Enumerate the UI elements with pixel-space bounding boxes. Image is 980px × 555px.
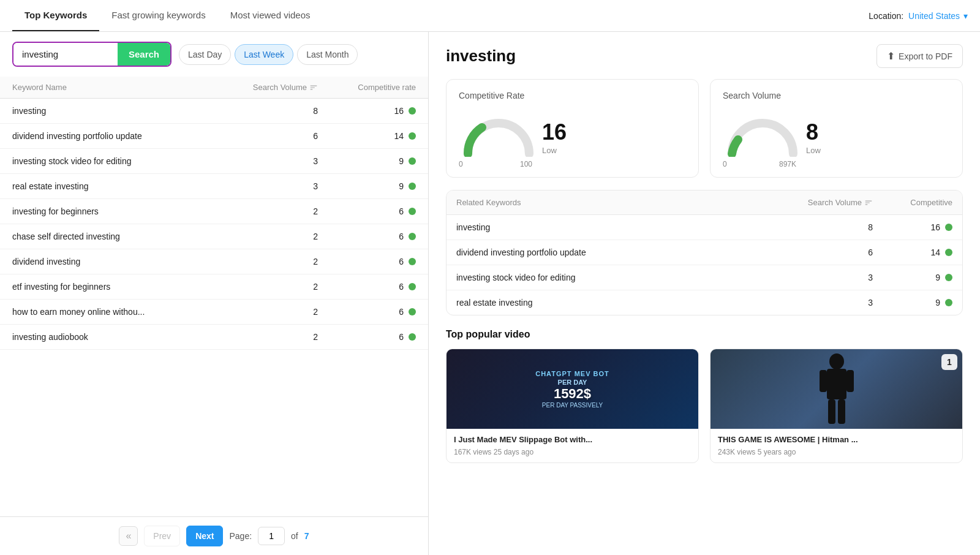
gauge1-svg — [459, 108, 538, 157]
video-title-1: I Just Made MEV Slippage Bot with... — [454, 435, 691, 445]
table-row[interactable]: investing audiobook 2 6 — [0, 325, 428, 350]
col-keyword-name: Keyword Name — [12, 83, 232, 92]
video-title-2: THIS GAME IS AWESOME | Hitman ... — [718, 435, 955, 445]
location-info: Location: United States ▾ — [869, 11, 968, 21]
location-value[interactable]: United States — [908, 11, 960, 21]
green-dot — [409, 157, 416, 165]
time-btn-last-month[interactable]: Last Month — [297, 44, 358, 65]
nav-tabs: Top Keywords Fast growing keywords Most … — [12, 0, 323, 31]
gauge2-min: 0 — [723, 160, 727, 168]
gauge2-area: 0 897K 8 Low — [723, 108, 950, 168]
related-sort-icon[interactable] — [864, 198, 873, 207]
time-btn-last-day[interactable]: Last Day — [179, 44, 231, 65]
sort-icon[interactable] — [309, 83, 318, 92]
time-btn-last-week[interactable]: Last Week — [235, 44, 293, 65]
table-row[interactable]: investing stock video for editing 3 9 — [0, 149, 428, 174]
green-dot — [945, 224, 952, 231]
video-cards: CHATGPT MEV BOT PER DAY 1592$ PER DAY PA… — [446, 349, 963, 463]
gauge2-level: Low — [806, 146, 821, 155]
gauge-cards: Competitive Rate 0 100 — [446, 79, 963, 178]
first-page-button[interactable]: « — [119, 526, 138, 546]
table-header: Keyword Name Search Volume Competitive r… — [0, 77, 428, 99]
export-label: Export to PDF — [899, 51, 952, 61]
search-button[interactable]: Search — [118, 43, 170, 66]
keyword-cell: etf investing for beginners — [12, 282, 232, 292]
table-row[interactable]: etf investing for beginners 2 6 — [0, 274, 428, 300]
related-row[interactable]: dividend investing portfolio update 6 14 — [447, 240, 962, 265]
related-search-vol-cell: 3 — [775, 273, 873, 282]
related-keyword-cell: dividend investing portfolio update — [456, 247, 775, 257]
video-card-1[interactable]: CHATGPT MEV BOT PER DAY 1592$ PER DAY PA… — [446, 349, 699, 463]
related-header: Related Keywords Search Volume Competiti… — [447, 191, 962, 215]
comp-rate-cell: 6 — [318, 307, 416, 317]
green-dot — [409, 132, 416, 140]
right-header: investing ⬆ Export to PDF — [446, 44, 963, 68]
keyword-cell: investing stock video for editing — [12, 156, 232, 166]
related-row[interactable]: real estate investing 3 9 — [447, 290, 962, 315]
location-label: Location: — [869, 11, 903, 21]
right-panel: investing ⬆ Export to PDF Competitive Ra… — [429, 32, 980, 555]
total-pages: 7 — [304, 531, 309, 541]
chatgpt-thumb-content: CHATGPT MEV BOT PER DAY 1592$ PER DAY PA… — [529, 364, 616, 415]
video-info-1: I Just Made MEV Slippage Bot with... 167… — [447, 429, 698, 462]
comp-rate-cell: 6 — [318, 332, 416, 342]
related-comp-rate-cell: 16 — [873, 222, 952, 232]
green-dot — [409, 233, 416, 240]
related-keywords-section: Related Keywords Search Volume Competiti… — [446, 190, 963, 315]
related-row[interactable]: investing 8 16 — [447, 215, 962, 240]
tab-most-viewed[interactable]: Most viewed videos — [218, 0, 323, 31]
related-search-vol-cell: 8 — [775, 222, 873, 232]
left-panel: Search Last Day Last Week Last Month Key… — [0, 32, 429, 555]
prev-button[interactable]: Prev — [144, 526, 180, 546]
table-row[interactable]: chase self directed investing 2 6 — [0, 224, 428, 249]
gauge1-max: 100 — [520, 160, 532, 168]
page-title: investing — [446, 47, 516, 66]
related-row[interactable]: investing stock video for editing 3 9 — [447, 265, 962, 290]
green-dot — [409, 107, 416, 115]
comp-rate-cell: 6 — [318, 257, 416, 266]
related-col2: Search Volume — [775, 198, 873, 207]
tab-top-keywords[interactable]: Top Keywords — [12, 0, 99, 31]
svg-rect-1 — [827, 369, 846, 399]
search-input-wrapper: Search — [12, 42, 172, 67]
table-row[interactable]: real estate investing 3 9 — [0, 174, 428, 199]
table-row[interactable]: investing for beginners 2 6 — [0, 199, 428, 224]
keyword-cell: dividend investing portfolio update — [12, 131, 232, 141]
svg-point-0 — [829, 353, 844, 369]
export-button[interactable]: ⬆ Export to PDF — [876, 44, 963, 68]
col-search-volume: Search Volume — [232, 83, 318, 92]
green-dot — [409, 208, 416, 215]
page-input[interactable] — [258, 527, 285, 545]
tab-fast-growing[interactable]: Fast growing keywords — [99, 0, 217, 31]
gauge-competitive-rate: Competitive Rate 0 100 — [446, 79, 699, 178]
keywords-table: Keyword Name Search Volume Competitive r… — [0, 77, 428, 516]
green-dot — [409, 333, 416, 341]
table-row[interactable]: investing 8 16 — [0, 99, 428, 124]
search-vol-cell: 3 — [232, 181, 318, 191]
svg-rect-5 — [838, 399, 845, 424]
export-icon: ⬆ — [887, 50, 895, 62]
table-row[interactable]: how to earn money online withou... 2 6 — [0, 300, 428, 325]
related-search-vol-cell: 6 — [775, 247, 873, 257]
comp-rate-cell: 9 — [318, 156, 416, 166]
table-row[interactable]: dividend investing 2 6 — [0, 249, 428, 274]
search-vol-cell: 3 — [232, 156, 318, 166]
gauge2-labels: 0 897K — [723, 160, 796, 168]
gauge1-min: 0 — [459, 160, 463, 168]
related-keyword-cell: investing stock video for editing — [456, 273, 775, 282]
search-vol-cell: 2 — [232, 332, 318, 342]
svg-rect-3 — [846, 370, 854, 392]
gauge1-area: 0 100 16 Low — [459, 108, 686, 168]
table-row[interactable]: dividend investing portfolio update 6 14 — [0, 124, 428, 149]
gauge1-value: 16 — [542, 121, 567, 143]
time-filters: Last Day Last Week Last Month — [179, 44, 358, 65]
green-dot — [409, 308, 416, 315]
search-bar-area: Search Last Day Last Week Last Month — [0, 32, 428, 77]
popular-section: Top popular video CHATGPT MEV BOT PER DA… — [446, 329, 963, 463]
keyword-cell: chase self directed investing — [12, 232, 232, 241]
keyword-cell: investing audiobook — [12, 332, 232, 342]
gauge2-max: 897K — [779, 160, 796, 168]
video-card-2[interactable]: 1 — [710, 349, 963, 463]
search-input[interactable] — [13, 43, 118, 66]
next-button[interactable]: Next — [186, 526, 223, 546]
